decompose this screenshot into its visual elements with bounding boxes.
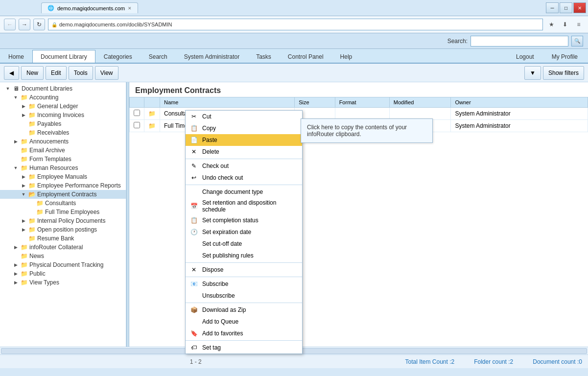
toggle-announcements[interactable]: ▶ xyxy=(12,138,20,145)
toggle-incoming-invoices[interactable]: ▶ xyxy=(20,111,27,119)
toolbar-edit-btn[interactable]: Edit xyxy=(46,66,67,80)
ctx-set-publishing[interactable]: Set publishing rules xyxy=(186,250,302,261)
menu-btn[interactable]: ≡ xyxy=(573,19,584,30)
sidebar-item-employment-contracts[interactable]: ▼ 📂 Employment Contracts xyxy=(0,190,126,199)
toolbar-show-filters-btn[interactable]: Show filters xyxy=(543,66,584,80)
row-checkbox-1[interactable] xyxy=(134,110,140,116)
close-btn[interactable]: ✕ xyxy=(573,2,586,13)
ctx-subscribe[interactable]: 📧 Subscribe xyxy=(186,278,302,290)
ctx-set-expiration[interactable]: 🕐 Set expiration date xyxy=(186,226,302,238)
tab-document-library[interactable]: Document Library xyxy=(32,50,95,63)
toggle-receivables[interactable] xyxy=(20,129,27,137)
download-btn[interactable]: ⬇ xyxy=(560,19,570,30)
col-size[interactable]: Size xyxy=(295,97,335,108)
toggle-accounting[interactable]: ▼ xyxy=(12,94,20,101)
ctx-add-to-queue[interactable]: Add to Queue xyxy=(186,316,302,328)
tab-search[interactable]: Search xyxy=(141,50,176,63)
toolbar-new-btn[interactable]: New xyxy=(21,66,44,80)
ctx-delete[interactable]: ✕ Delete xyxy=(186,146,302,158)
tab-logout[interactable]: Logout xyxy=(508,50,542,63)
toggle-email-archive[interactable] xyxy=(12,146,20,154)
sidebar-item-incoming-invoices[interactable]: ▶ 📁 Incoming Invoices xyxy=(0,111,126,119)
toggle-consultants[interactable] xyxy=(27,199,35,207)
ctx-check-out[interactable]: ✎ Check out xyxy=(186,160,302,172)
tab-home[interactable]: Home xyxy=(0,50,32,63)
toolbar-tools-btn[interactable]: Tools xyxy=(69,66,93,80)
sidebar-item-employee-manuals[interactable]: ▶ 📁 Employee Manuals xyxy=(0,172,126,181)
sidebar-item-inforouter[interactable]: ▶ 📁 infoRouter Collateral xyxy=(0,243,126,252)
ctx-cut[interactable]: ✂ Cut xyxy=(186,111,302,122)
toggle-employment-contracts[interactable]: ▼ xyxy=(20,190,27,198)
minimize-btn[interactable]: ─ xyxy=(546,2,559,13)
toggle-payables[interactable] xyxy=(20,120,27,128)
sidebar-item-accounting[interactable]: ▼ 📁 Accounting xyxy=(0,93,126,102)
back-btn[interactable]: ← xyxy=(4,19,16,30)
sidebar-item-employee-performance[interactable]: ▶ 📁 Employee Performance Reports xyxy=(0,181,126,190)
sidebar-item-resume-bank[interactable]: 📁 Resume Bank xyxy=(0,234,126,243)
sidebar-item-announcements[interactable]: ▶ 📁 Annoucements xyxy=(0,137,126,146)
toggle-internal-policy[interactable]: ▶ xyxy=(20,217,27,225)
col-name[interactable]: Name xyxy=(160,97,295,108)
toggle-employee-manuals[interactable]: ▶ xyxy=(20,173,27,181)
sidebar-item-news[interactable]: 📁 News xyxy=(0,252,126,260)
tab-control-panel[interactable]: Control Panel xyxy=(280,50,332,63)
toggle-human-resources[interactable]: ▼ xyxy=(12,164,20,172)
ctx-set-retention[interactable]: 📅 Set retention and disposition schedule xyxy=(186,198,302,214)
sidebar-item-public[interactable]: ▶ 📁 Public xyxy=(0,269,126,278)
toggle-form-templates[interactable] xyxy=(12,155,20,163)
sidebar-item-internal-policy[interactable]: ▶ 📁 Internal Policy Documents xyxy=(0,216,126,225)
sidebar-item-general-ledger[interactable]: ▶ 📁 General Ledger xyxy=(0,102,126,111)
sidebar-item-view-types[interactable]: ▶ 📁 View Types xyxy=(0,278,126,287)
sidebar-item-email-archive[interactable]: 📁 Email Archive xyxy=(0,146,126,155)
sidebar-item-receivables[interactable]: 📁 Receivables xyxy=(0,128,126,137)
toggle-view-types[interactable]: ▶ xyxy=(12,279,20,286)
tab-tasks[interactable]: Tasks xyxy=(248,50,280,63)
toggle-news[interactable] xyxy=(12,252,20,260)
ctx-dispose[interactable]: ✕ Dispose xyxy=(186,264,302,276)
ctx-set-tag[interactable]: 🏷 Set tag xyxy=(186,342,302,353)
forward-btn[interactable]: → xyxy=(19,19,30,30)
toggle-general-ledger[interactable]: ▶ xyxy=(20,102,27,110)
maximize-btn[interactable]: □ xyxy=(560,2,572,13)
toggle-public[interactable]: ▶ xyxy=(12,270,20,278)
toggle-document-libraries[interactable]: ▼ xyxy=(4,85,12,93)
address-field[interactable]: 🔒 demo.magiqdocuments.com/doclib/SYSADMI… xyxy=(48,19,543,30)
col-modified[interactable]: Modified xyxy=(389,97,451,108)
tab-close-btn[interactable]: ✕ xyxy=(128,6,132,11)
toolbar-dropdown-btn[interactable]: ▼ xyxy=(524,66,541,80)
col-format[interactable]: Format xyxy=(335,97,389,108)
sidebar-item-document-libraries[interactable]: ▼ 🖥 Document Libraries xyxy=(0,84,126,93)
tab-my-profile[interactable]: My Profile xyxy=(543,50,586,63)
search-input[interactable] xyxy=(470,36,568,47)
sidebar-item-full-time-employees[interactable]: 📁 Full Time Employees xyxy=(0,208,126,216)
tab-system-administrator[interactable]: System Administrator xyxy=(176,50,248,63)
toolbar-view-btn[interactable]: View xyxy=(95,66,118,80)
ctx-download-zip[interactable]: 📦 Download as Zip xyxy=(186,304,302,316)
ctx-unsubscribe[interactable]: Unsubscribe xyxy=(186,290,302,302)
ctx-set-cutoff[interactable]: Set cut-off date xyxy=(186,238,302,250)
toggle-physical-doc-tracking[interactable]: ▶ xyxy=(12,261,20,269)
ctx-paste[interactable]: 📄 Paste xyxy=(186,134,302,146)
toolbar-back-btn[interactable]: ◀ xyxy=(4,66,19,80)
toggle-resume-bank[interactable] xyxy=(20,235,27,242)
toggle-open-positions[interactable]: ▶ xyxy=(20,226,27,234)
sidebar-item-human-resources[interactable]: ▼ 📁 Human Resources xyxy=(0,164,126,172)
browser-tab[interactable]: 🌐 demo.magiqdocuments.com ✕ xyxy=(41,2,138,13)
ctx-undo-check-out[interactable]: ↩ Undo check out xyxy=(186,172,302,184)
toggle-full-time-employees[interactable] xyxy=(27,208,35,216)
sidebar-item-open-positions[interactable]: ▶ 📁 Open position postings xyxy=(0,225,126,234)
toggle-employee-performance[interactable]: ▶ xyxy=(20,182,27,189)
search-btn[interactable]: 🔍 xyxy=(571,36,583,47)
ctx-change-doc-type[interactable]: Change document type xyxy=(186,186,302,198)
bookmark-btn[interactable]: ★ xyxy=(546,19,557,30)
sidebar-item-physical-doc-tracking[interactable]: ▶ 📁 Physical Document Tracking xyxy=(0,260,126,269)
row-checkbox-2[interactable] xyxy=(134,122,140,128)
refresh-btn[interactable]: ↻ xyxy=(33,19,45,30)
col-owner[interactable]: Owner xyxy=(451,97,588,108)
tab-categories[interactable]: Categories xyxy=(95,50,141,63)
sidebar-item-payables[interactable]: 📁 Payables xyxy=(0,119,126,128)
toggle-inforouter[interactable]: ▶ xyxy=(12,243,20,251)
sidebar-item-consultants[interactable]: 📁 Consultants xyxy=(0,199,126,208)
ctx-copy[interactable]: 📋 Copy xyxy=(186,122,302,134)
ctx-set-completion[interactable]: 📋 Set completion status xyxy=(186,214,302,226)
